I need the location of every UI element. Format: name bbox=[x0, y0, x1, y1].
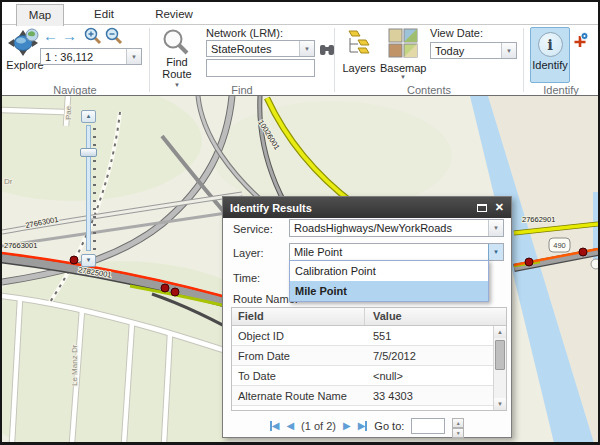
basemap-icon[interactable] bbox=[388, 28, 418, 58]
scroll-up-icon[interactable]: ▲ bbox=[494, 326, 506, 338]
binoculars-icon[interactable] bbox=[319, 42, 335, 57]
scale-caret-icon[interactable]: ▼ bbox=[126, 49, 141, 64]
value-cell: 7/5/2012 bbox=[365, 346, 506, 365]
layer-dropdown-list: Calibration Point Mile Point bbox=[289, 260, 489, 302]
street-name-label: Pae bbox=[64, 105, 73, 120]
goto-label: Go to: bbox=[374, 420, 404, 432]
tab-bar: Map Edit Review bbox=[2, 2, 598, 25]
globe-icon[interactable] bbox=[25, 28, 39, 42]
shield-label: 490 bbox=[553, 241, 566, 250]
first-page-button[interactable]: ◀ bbox=[270, 421, 280, 431]
group-label-contents: Contents bbox=[335, 84, 523, 96]
zoom-slider-track[interactable] bbox=[86, 125, 91, 251]
time-label: Time: bbox=[233, 272, 260, 284]
group-label-identify: Identify bbox=[524, 84, 598, 96]
previous-page-button[interactable]: ◀ bbox=[286, 421, 294, 431]
table-row bbox=[232, 406, 506, 411]
close-icon[interactable]: ✕ bbox=[495, 202, 504, 213]
view-date-value: Today bbox=[431, 45, 501, 57]
identify-results-dialog: Identify Results ✕ Service: RoadsHighway… bbox=[222, 196, 512, 438]
spinner-down-icon[interactable]: ▼ bbox=[452, 428, 464, 438]
dialog-title: Identify Results bbox=[230, 202, 312, 214]
back-arrow-icon[interactable]: ← bbox=[43, 27, 58, 44]
view-date-label: View Date: bbox=[430, 27, 483, 39]
value-column-header[interactable]: Value bbox=[365, 308, 506, 325]
field-column-header[interactable]: Field bbox=[232, 308, 365, 325]
last-page-button[interactable]: ▶ bbox=[358, 421, 368, 431]
identify-button[interactable]: i Identify bbox=[530, 27, 570, 83]
table-scrollbar[interactable]: ▲ ▼ bbox=[493, 326, 506, 410]
group-separator bbox=[523, 28, 524, 92]
group-separator bbox=[149, 28, 150, 92]
group-separator bbox=[334, 28, 335, 92]
tab-review[interactable]: Review bbox=[144, 4, 204, 26]
table-row[interactable]: Object ID 551 bbox=[232, 326, 506, 346]
scrollbar-thumb[interactable] bbox=[495, 340, 505, 370]
layer-label: Layer: bbox=[233, 247, 264, 259]
dialog-titlebar[interactable]: Identify Results ✕ bbox=[223, 197, 511, 218]
identify-route-tool-icon[interactable] bbox=[572, 32, 589, 49]
page-indicator: (1 of 2) bbox=[301, 420, 336, 432]
layer-combobox[interactable]: Mile Point ▼ bbox=[289, 243, 504, 261]
tab-edit[interactable]: Edit bbox=[78, 4, 130, 26]
view-date-caret-icon[interactable]: ▼ bbox=[501, 43, 516, 58]
maximize-icon[interactable] bbox=[477, 204, 487, 212]
group-label-navigate: Navigate bbox=[2, 84, 148, 96]
layer-value: Mile Point bbox=[290, 246, 488, 258]
find-route-icon[interactable] bbox=[162, 28, 190, 56]
route-input[interactable] bbox=[206, 59, 315, 77]
street-name-label: Le Manz Dr bbox=[70, 344, 79, 386]
zoom-slider-down-button[interactable]: ▼ bbox=[81, 254, 96, 267]
network-combobox[interactable]: StateRoutes ▼ bbox=[206, 40, 315, 57]
street-name-label: Dr bbox=[4, 177, 13, 186]
table-row[interactable]: From Date 7/5/2012 bbox=[232, 346, 506, 366]
service-combobox[interactable]: RoadsHighways/NewYorkRoads ▼ bbox=[289, 219, 504, 237]
table-row[interactable]: Alternate Route Name 33 4303 bbox=[232, 386, 506, 406]
dropdown-option-calibration-point[interactable]: Calibration Point bbox=[290, 261, 488, 281]
goto-page-input[interactable] bbox=[411, 418, 445, 434]
field-cell: From Date bbox=[232, 346, 365, 365]
field-cell: Alternate Route Name bbox=[232, 386, 365, 405]
scale-value: 1 : 36,112 bbox=[41, 51, 126, 63]
service-label: Service: bbox=[233, 223, 273, 235]
value-cell: 33 4303 bbox=[365, 386, 506, 405]
network-lrm-label: Network (LRM): bbox=[206, 27, 283, 39]
zoom-slider-up-button[interactable]: ▲ bbox=[81, 110, 96, 123]
scroll-down-icon[interactable]: ▼ bbox=[494, 398, 506, 410]
zoom-out-icon[interactable] bbox=[105, 27, 123, 45]
basemap-caret-icon[interactable]: ▼ bbox=[400, 74, 406, 80]
identify-button-label: Identify bbox=[531, 59, 569, 71]
route-id-label: 27662901 bbox=[522, 215, 555, 224]
identify-icon: i bbox=[538, 32, 563, 57]
network-value: StateRoutes bbox=[207, 43, 299, 55]
value-cell: 551 bbox=[365, 326, 506, 345]
table-row[interactable]: To Date <null> bbox=[232, 366, 506, 386]
field-cell: To Date bbox=[232, 366, 365, 385]
pagination-bar: ◀ ◀ (1 of 2) ▶ ▶ Go to: ▲ ▼ bbox=[223, 415, 511, 437]
map-zoom-slider[interactable]: ▲ ▼ bbox=[80, 110, 98, 270]
service-caret-icon[interactable]: ▼ bbox=[488, 220, 503, 236]
goto-spinner[interactable]: ▲ ▼ bbox=[452, 418, 464, 435]
basemap-button[interactable]: Basemap bbox=[380, 62, 426, 74]
layers-button[interactable]: Layers bbox=[338, 62, 380, 74]
zoom-slider-ticks bbox=[93, 128, 96, 250]
dropdown-option-mile-point[interactable]: Mile Point bbox=[290, 281, 488, 301]
field-cell: Object ID bbox=[232, 326, 365, 345]
network-caret-icon[interactable]: ▼ bbox=[299, 41, 314, 56]
forward-arrow-icon[interactable]: → bbox=[62, 27, 77, 44]
spinner-up-icon[interactable]: ▲ bbox=[452, 418, 464, 428]
group-label-find: Find bbox=[150, 84, 334, 96]
ribbon: Map Edit Review Explore ← → bbox=[2, 2, 598, 96]
scale-combobox[interactable]: 1 : 36,112 ▼ bbox=[40, 48, 142, 65]
route-id-label: 27663001 bbox=[4, 241, 37, 250]
view-date-combobox[interactable]: Today ▼ bbox=[430, 42, 517, 59]
application-window: Map Edit Review Explore ← → bbox=[0, 0, 600, 445]
layers-icon[interactable] bbox=[344, 28, 374, 60]
next-page-button[interactable]: ▶ bbox=[343, 421, 351, 431]
zoom-slider-handle[interactable] bbox=[80, 148, 97, 157]
table-header: Field Value bbox=[232, 308, 506, 326]
layer-caret-icon[interactable]: ▼ bbox=[488, 244, 503, 260]
find-route-button[interactable]: Find Route bbox=[156, 56, 198, 80]
tab-map[interactable]: Map bbox=[16, 4, 64, 26]
zoom-in-icon[interactable] bbox=[84, 27, 102, 45]
